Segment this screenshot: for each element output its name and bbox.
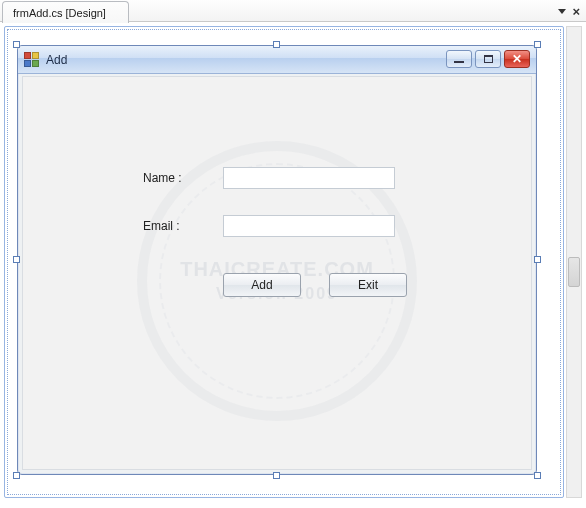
titlebar[interactable]: Add ✕ [18,46,536,74]
add-button[interactable]: Add [223,273,301,297]
scrollbar-thumb[interactable] [568,257,580,287]
label-name: Name : [143,171,203,185]
maximize-button[interactable] [475,50,501,68]
resize-handle-n[interactable] [273,41,280,48]
minimize-icon [454,61,464,63]
resize-handle-sw[interactable] [13,472,20,479]
window-title: Add [46,53,67,67]
resize-handle-w[interactable] [13,256,20,263]
dropdown-icon[interactable] [558,9,566,14]
form-client-area: THAICREATE.COM Version 2009 Name : Email… [22,76,532,470]
resize-handle-se[interactable] [534,472,541,479]
input-name[interactable] [223,167,395,189]
button-row: Add Exit [223,273,407,297]
exit-button[interactable]: Exit [329,273,407,297]
close-document-button[interactable]: × [572,5,580,18]
designer-surface[interactable]: Add ✕ THAICREATE.COM Version 2009 Name :… [4,26,564,498]
document-tab-controls: × [558,0,580,22]
row-name: Name : [143,167,395,189]
resize-handle-nw[interactable] [13,41,20,48]
minimize-button[interactable] [446,50,472,68]
window-buttons: ✕ [446,50,530,68]
winform-add[interactable]: Add ✕ THAICREATE.COM Version 2009 Name :… [17,45,537,475]
document-tab[interactable]: frmAdd.cs [Design] [2,1,129,23]
resize-handle-ne[interactable] [534,41,541,48]
form-icon [24,52,40,68]
label-email: Email : [143,219,203,233]
document-tab-strip: frmAdd.cs [Design] × [0,0,586,22]
resize-handle-e[interactable] [534,256,541,263]
maximize-icon [484,55,493,63]
document-tab-label: frmAdd.cs [Design] [13,7,106,19]
vertical-scrollbar[interactable] [566,26,582,498]
row-email: Email : [143,215,395,237]
close-icon: ✕ [512,53,522,65]
input-email[interactable] [223,215,395,237]
close-button[interactable]: ✕ [504,50,530,68]
resize-handle-s[interactable] [273,472,280,479]
